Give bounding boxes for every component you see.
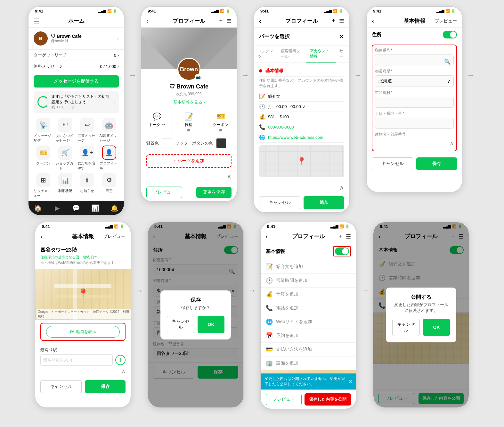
add-parts-button[interactable]: + パーツを追加 bbox=[146, 154, 232, 168]
cancel-map-button[interactable]: キャンセル bbox=[40, 380, 82, 393]
menu-icon-2[interactable]: ☰ bbox=[226, 18, 232, 25]
item-intro-7[interactable]: 📝 紹介文を追加 bbox=[261, 260, 356, 274]
screen-profile-publish: 9:41 ▂▄▆ 📶 🔋 ‹ プロフィール + ☰ 基本情報 📝 bbox=[260, 222, 356, 409]
preview-button[interactable]: プレビュー bbox=[146, 187, 182, 198]
menu-item-shop[interactable]: 🛒 ショップカード bbox=[56, 146, 75, 171]
add-station-button[interactable]: + bbox=[115, 355, 126, 365]
menu-item-usage[interactable]: 📊 利用状況 bbox=[56, 173, 75, 198]
preview-label-5[interactable]: プレビュー bbox=[103, 234, 126, 239]
screen-home: 9:41 ▂▄▆ 📶 🔋 ☰ ホーム B 🛡 Brown Cafe @basic… bbox=[28, 6, 124, 215]
back-icon-7[interactable]: ‹ bbox=[266, 233, 268, 240]
street-input[interactable] bbox=[375, 118, 454, 129]
publish-close-icon[interactable]: ✕ bbox=[348, 379, 352, 385]
menu-icon[interactable]: ☰ bbox=[34, 17, 39, 25]
dialog-cancel-button-6[interactable]: キャンセル bbox=[167, 316, 194, 333]
basic-info-link[interactable]: 基本情報を見る › bbox=[141, 99, 237, 105]
back-icon-2[interactable]: ‹ bbox=[146, 17, 149, 25]
back-icon-4[interactable]: ‹ bbox=[372, 17, 374, 25]
send-message-button[interactable]: メッセージを配信する bbox=[34, 75, 119, 88]
pref-select[interactable]: 北海道 ∨ bbox=[375, 75, 454, 87]
tab-account-info[interactable]: アカウント情報 bbox=[306, 46, 335, 63]
cancel-parts-button[interactable]: キャンセル bbox=[259, 196, 300, 209]
info-phone-label[interactable]: 000-000-0000 bbox=[268, 125, 294, 130]
city-input[interactable] bbox=[375, 97, 454, 108]
web-icon-7: 🌐 bbox=[266, 318, 273, 325]
collapse-icon[interactable]: ∧ bbox=[227, 173, 232, 180]
nav-stats[interactable]: 📊 bbox=[86, 203, 105, 213]
menu-item-friends[interactable]: 👤+ 友だちを増やす bbox=[77, 146, 97, 171]
footer-color-swatch[interactable] bbox=[216, 138, 226, 148]
menu-icon-3[interactable]: ☰ bbox=[339, 18, 344, 25]
target-reach-row[interactable]: ターゲットリーチ 0 › bbox=[28, 50, 124, 61]
plus-icon-3[interactable]: + bbox=[332, 18, 335, 25]
basic-info-item[interactable]: 基本情報 bbox=[259, 65, 344, 77]
nav-play[interactable]: ▶ bbox=[48, 203, 67, 213]
menu-item-rich[interactable]: ⊞ リッチメニュー bbox=[34, 173, 53, 198]
nav-chat[interactable]: 💬 bbox=[67, 203, 86, 213]
menu-icon-7[interactable]: ☰ bbox=[346, 233, 351, 240]
signal-icon-2: ▂▄▆ bbox=[211, 9, 219, 13]
save-basic-button[interactable]: 保存 bbox=[416, 157, 457, 170]
preview-button-7[interactable]: プレビュー bbox=[266, 394, 302, 405]
free-message-row[interactable]: 無料メッセージ 0 / 1,000 › bbox=[28, 61, 124, 72]
info-web-label[interactable]: https://www.web-address.com bbox=[268, 135, 323, 140]
menu-item-message[interactable]: 📡 メッセージ配信 bbox=[34, 118, 53, 143]
bg-color-swatch[interactable] bbox=[162, 138, 172, 148]
tab-content[interactable]: コンテンツ bbox=[254, 46, 277, 63]
menu-icon-usage: 📊 bbox=[58, 173, 72, 187]
menu-item-settings[interactable]: ⚙ 設定 bbox=[100, 173, 119, 198]
menu-item-ai[interactable]: 🤖 AI応答メッセージ bbox=[100, 118, 119, 143]
cancel-basic-button[interactable]: キャンセル bbox=[372, 157, 413, 170]
dialog-cancel-button-8[interactable]: キャンセル bbox=[392, 319, 420, 336]
menu-item-greeting[interactable]: Hi! あいさつメッセージ bbox=[56, 118, 75, 143]
menu-item-notice[interactable]: ℹ お知らせ bbox=[77, 173, 97, 198]
back-icon-3[interactable]: ‹ bbox=[259, 17, 261, 25]
menu-item-profile[interactable]: 👤 プロフィール bbox=[100, 146, 119, 171]
tab-post[interactable]: 📝 投稿 bbox=[173, 109, 205, 135]
plus-icon-7[interactable]: + bbox=[338, 233, 342, 240]
account-row[interactable]: B 🛡 Brown Cafe @basic id › bbox=[28, 28, 124, 50]
menu-item-auto-reply[interactable]: ↩ 応答メッセージ bbox=[77, 118, 97, 143]
save-map-button[interactable]: 保存 bbox=[85, 380, 126, 393]
dialog-ok-button-8[interactable]: OK bbox=[423, 319, 450, 336]
collapse-station-icon[interactable]: ∧ bbox=[121, 368, 126, 375]
search-in-postal-icon[interactable]: 🔍 bbox=[444, 59, 451, 65]
item-facility-7[interactable]: 🏢 設備を追加 bbox=[261, 356, 356, 370]
camera-icon[interactable]: 📷 bbox=[195, 74, 202, 81]
tab-coupon[interactable]: 🎫 クーポン bbox=[205, 109, 237, 135]
collapse-form-icon[interactable]: ∧ bbox=[450, 140, 454, 147]
basic-info-toggle-7-switch[interactable] bbox=[335, 247, 349, 255]
menu-icon-profile: 👤 bbox=[102, 146, 116, 160]
back-icon-5[interactable]: ‹ bbox=[40, 233, 43, 240]
profile-publish-title: プロフィール bbox=[292, 233, 325, 240]
item-hours-7[interactable]: 🕐 営業時間を追加 bbox=[261, 274, 356, 288]
show-map-btn-wrap[interactable]: 🗺 地図を表示 bbox=[40, 323, 126, 341]
item-payment-7[interactable]: 💳 支払い方法を追加 bbox=[261, 343, 356, 356]
collapse-parts-icon[interactable]: ∧ bbox=[339, 184, 344, 191]
add-parts-action-button[interactable]: 追加 bbox=[304, 196, 344, 209]
publish-dialog-buttons: キャンセル OK bbox=[392, 319, 450, 336]
nav-bell[interactable]: 🔔 bbox=[105, 203, 124, 213]
show-map-button[interactable]: 🗺 地図を表示 bbox=[46, 326, 120, 338]
postal-input[interactable] bbox=[375, 54, 454, 65]
tab-talk[interactable]: 💬 トーク ✏ bbox=[141, 109, 173, 135]
publish-button-7[interactable]: 保存した内容を公開 bbox=[305, 393, 351, 406]
item-web-7[interactable]: 🌐 Webサイトを追加 bbox=[261, 315, 356, 329]
plus-icon-2[interactable]: + bbox=[219, 18, 223, 25]
address-toggle[interactable] bbox=[443, 31, 457, 38]
preview-label-4[interactable]: プレビュー bbox=[435, 18, 457, 24]
toggle-wrap-7 bbox=[333, 246, 351, 256]
nav-home[interactable]: 🏠 bbox=[28, 203, 48, 213]
dialog-ok-button-6[interactable]: OK bbox=[198, 316, 224, 333]
item-tel-7[interactable]: 📞 電話を追加 bbox=[261, 301, 356, 315]
station-input-field[interactable]: 最寄り駅を入力 bbox=[40, 354, 113, 366]
save-dialog-title-text: 保存 bbox=[167, 297, 224, 304]
tab-more[interactable]: サー bbox=[336, 46, 349, 63]
publish-dialog-title-text: 公開する bbox=[392, 294, 450, 301]
item-budget-7[interactable]: 💰 予算を追加 bbox=[261, 288, 356, 301]
close-icon[interactable]: ✕ bbox=[339, 33, 344, 40]
tab-customer[interactable]: 顧客獲得ツール bbox=[277, 46, 306, 63]
item-booking-7[interactable]: 📅 予約を追加 bbox=[261, 329, 356, 343]
save-changes-button[interactable]: 変更を保存 bbox=[196, 187, 232, 198]
menu-item-coupon[interactable]: 🎫 クーポン bbox=[34, 146, 53, 171]
